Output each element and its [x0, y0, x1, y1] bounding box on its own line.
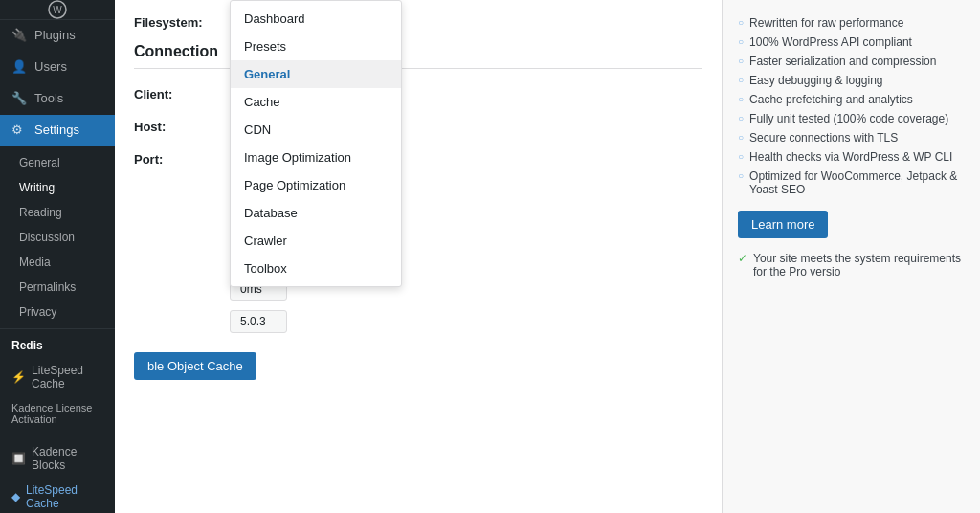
field-val-1s-b: 1s: [134, 245, 702, 268]
field-val-0ms: 0ms: [134, 278, 702, 301]
submenu-writing[interactable]: Writing: [0, 175, 115, 200]
field-port-label: Port:: [134, 152, 230, 167]
submenu-reading[interactable]: Reading: [0, 200, 115, 225]
filesystem-row: Filesystem: ✓ Writeable: [134, 15, 702, 30]
settings-icon: ⚙: [11, 123, 27, 138]
sidebar-litespeed-cache-bottom[interactable]: ◆ LiteSpeed Cache: [0, 478, 115, 513]
sidebar-kadence-blocks[interactable]: 🔲 Kadence Blocks: [0, 439, 115, 478]
wordpress-icon: W: [48, 0, 67, 19]
promo-feature-9: Optimized for WooCommerce, Jetpack & Yoa…: [738, 167, 965, 199]
sidebar-item-settings[interactable]: ⚙ Settings: [0, 115, 115, 146]
field-val-version-value: 5.0.3: [230, 310, 287, 333]
promo-feature-7: Secure connections with TLS: [738, 128, 965, 147]
litespeed-label: LiteSpeed Cache: [32, 364, 103, 390]
sys-req-notice: Your site meets the system requirements …: [738, 252, 965, 279]
enable-object-cache-button[interactable]: ble Object Cache: [134, 352, 256, 380]
sidebar-redis[interactable]: Redis: [0, 333, 115, 358]
svg-text:W: W: [53, 5, 62, 15]
field-host: Host: 127.0.0.1: [134, 115, 702, 138]
dropdown-database[interactable]: Database: [231, 199, 401, 227]
users-icon: 👤: [11, 59, 27, 75]
submenu-media[interactable]: Media: [0, 250, 115, 275]
promo-feature-6: Fully unit tested (100% code coverage): [738, 109, 965, 128]
promo-feature-4: Easy debugging & logging: [738, 71, 965, 90]
learn-more-button[interactable]: Learn more: [738, 211, 828, 238]
litespeed-cache-label-bottom: LiteSpeed Cache: [26, 483, 103, 510]
plugin-icon: 🔌: [11, 28, 27, 43]
submenu-discussion[interactable]: Discussion: [0, 225, 115, 250]
sidebar-divider-1: [0, 328, 115, 329]
promo-feature-5: Cache prefetching and analytics: [738, 90, 965, 109]
submenu-privacy[interactable]: Privacy: [0, 300, 115, 324]
kadence-label: Kadence License Activation: [11, 402, 103, 425]
settings-submenu: General Writing Reading Discussion Media…: [0, 150, 115, 324]
sidebar-label-users: Users: [34, 59, 67, 76]
dropdown-presets[interactable]: Presets: [231, 33, 401, 60]
sidebar-litespeed-cache[interactable]: ⚡ LiteSpeed Cache: [0, 358, 115, 396]
sidebar-label-plugins: Plugins: [34, 28, 76, 44]
promo-feature-1: Rewritten for raw performance: [738, 13, 965, 33]
sidebar-item-tools[interactable]: 🔧 Tools: [0, 83, 115, 115]
field-port: Port: 6379: [134, 147, 702, 170]
filesystem-label: Filesystem:: [134, 15, 230, 30]
dropdown-cache[interactable]: Cache: [231, 88, 401, 116]
promo-features-list: Rewritten for raw performance 100% WordP…: [738, 13, 965, 199]
promo-panel: Rewritten for raw performance 100% WordP…: [722, 0, 980, 513]
sidebar-item-plugins[interactable]: 🔌 Plugins: [0, 20, 115, 52]
settings-dropdown-menu: Dashboard Presets General Cache CDN Imag…: [230, 0, 402, 287]
submenu-general[interactable]: General: [0, 150, 115, 175]
promo-feature-8: Health checks via WordPress & WP CLI: [738, 147, 965, 167]
field-host-label: Host:: [134, 120, 230, 134]
tools-icon: 🔧: [11, 91, 27, 106]
field-val-version: 5.0.3: [134, 310, 702, 333]
litespeed-diamond-icon: ◆: [11, 490, 20, 503]
promo-feature-3: Faster serialization and compression: [738, 52, 965, 71]
enable-button-label: ble Object Cache: [147, 359, 243, 373]
dropdown-general[interactable]: General: [231, 60, 401, 88]
sidebar: W 🔌 Plugins 👤 Users 🔧 Tools ⚙ Settings G…: [0, 0, 115, 513]
sidebar-divider-2: [0, 435, 115, 435]
dropdown-cdn[interactable]: CDN: [231, 116, 401, 144]
litespeed-icon: ⚡: [11, 370, 26, 384]
field-val-0: 0: [134, 180, 702, 203]
field-client-label: Client:: [134, 87, 230, 101]
wp-logo: W: [0, 0, 115, 20]
dropdown-page-optimization[interactable]: Page Optimization: [231, 171, 401, 199]
dropdown-crawler[interactable]: Crawler: [231, 227, 401, 255]
dropdown-dashboard[interactable]: Dashboard: [231, 5, 401, 33]
settings-panel: Filesystem: ✓ Writeable Connection Clien…: [115, 0, 722, 513]
learn-more-label: Learn more: [751, 217, 814, 232]
sidebar-label-tools: Tools: [34, 91, 63, 107]
sys-req-text: Your site meets the system requirements …: [753, 252, 965, 279]
main-wrapper: Dashboard Presets General Cache CDN Imag…: [115, 0, 980, 513]
field-client: Client: PhpRedis (v5.3.7): [134, 82, 702, 105]
kadence-blocks-icon: 🔲: [11, 452, 26, 465]
kadence-blocks-label: Kadence Blocks: [32, 445, 103, 472]
sidebar-item-users[interactable]: 👤 Users: [0, 52, 115, 83]
field-val-1s-a: 1s: [134, 212, 702, 235]
dropdown-toolbox[interactable]: Toolbox: [231, 255, 401, 282]
connection-title: Connection: [134, 43, 702, 69]
submenu-permalinks[interactable]: Permalinks: [0, 275, 115, 300]
sidebar-kadence-license[interactable]: Kadence License Activation: [0, 396, 115, 431]
dropdown-image-optimization[interactable]: Image Optimization: [231, 144, 401, 171]
promo-feature-2: 100% WordPress API compliant: [738, 33, 965, 52]
sidebar-label-settings: Settings: [34, 123, 79, 139]
